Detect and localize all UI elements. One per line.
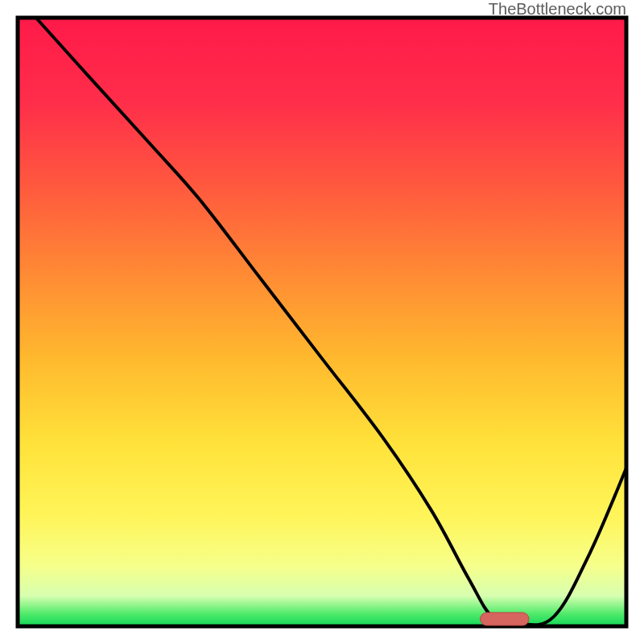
branding-watermark: TheBottleneck.com <box>489 0 626 19</box>
chart-svg <box>0 0 644 644</box>
optimal-range-marker <box>481 613 529 625</box>
bottleneck-curve <box>36 18 626 625</box>
chart-frame: TheBottleneck.com <box>0 0 644 644</box>
plot-border <box>18 18 626 626</box>
